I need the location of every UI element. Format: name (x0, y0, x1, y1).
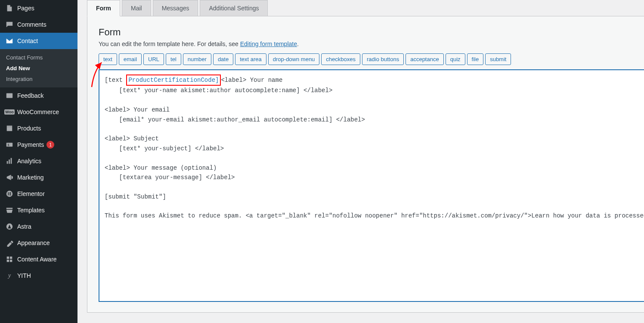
svg-rect-15 (10, 257, 12, 259)
sidebar-item-contact[interactable]: Contact (0, 33, 77, 49)
tab-mail[interactable]: Mail (122, 0, 151, 16)
sidebar-item-label: Content Aware (17, 256, 57, 263)
panel-heading: Form (99, 27, 644, 38)
tab-form[interactable]: Form (87, 0, 120, 16)
svg-rect-7 (11, 158, 12, 164)
svg-rect-10 (9, 192, 11, 193)
sidebar-item-label: Analytics (17, 158, 41, 165)
templates-icon (5, 206, 14, 214)
astra-icon (5, 222, 14, 231)
appearance-icon (5, 239, 14, 247)
sidebar-item-astra[interactable]: Astra (0, 218, 77, 235)
sidebar-item-label: Pages (17, 5, 34, 12)
tag-btn-tel[interactable]: tel (166, 53, 181, 65)
editing-template-link[interactable]: Editing form template (240, 40, 297, 47)
sidebar-item-analytics[interactable]: Analytics (0, 153, 77, 169)
badge: 1 (46, 141, 54, 149)
sidebar-item-label: Marketing (17, 174, 43, 181)
comments-icon (5, 20, 14, 29)
sidebar-item-label: YITH (17, 272, 31, 279)
payments-icon: $ (5, 140, 14, 149)
yith-icon: y (5, 271, 14, 280)
contact-icon (5, 37, 14, 45)
woo-icon: Woo (5, 108, 14, 116)
sidebar-item-label: Appearance (17, 239, 50, 246)
tag-generator-buttons: textemailURLtelnumberdatetext areadrop-d… (99, 53, 644, 67)
sidebar-item-label: Comments (17, 21, 46, 28)
svg-rect-5 (7, 161, 8, 164)
svg-rect-9 (8, 192, 9, 195)
feedback-icon (5, 91, 14, 100)
sidebar-item-label: Astra (17, 223, 31, 230)
svg-rect-11 (9, 193, 11, 194)
svg-rect-16 (7, 260, 9, 262)
panel-helptext: You can edit the form template here. For… (99, 40, 644, 47)
sidebar-item-products[interactable]: Products (0, 120, 77, 137)
sidebar-item-label: Templates (17, 207, 45, 214)
sidebar-item-label: Products (17, 125, 41, 132)
sidebar-item-yith[interactable]: yYITH (0, 267, 77, 284)
svg-rect-1 (7, 127, 12, 131)
contentaware-icon (5, 255, 14, 264)
tag-btn-acceptance[interactable]: acceptance (406, 53, 444, 65)
tag-btn-url[interactable]: URL (143, 53, 164, 65)
sidebar-sub-integration[interactable]: Integration (0, 74, 77, 84)
tag-btn-radio-buttons[interactable]: radio buttons (362, 53, 404, 65)
svg-rect-0 (6, 93, 12, 98)
editor-tabs: FormMailMessagesAdditional Settings (87, 0, 644, 16)
tag-btn-submit[interactable]: submit (485, 53, 511, 65)
sidebar-item-elementor[interactable]: Elementor (0, 186, 77, 202)
tag-btn-text[interactable]: text (99, 53, 117, 65)
svg-rect-17 (10, 260, 12, 262)
pages-icon (5, 4, 14, 12)
sidebar-sub-contact-forms[interactable]: Contact Forms (0, 52, 77, 63)
elementor-icon (5, 189, 14, 198)
sidebar-item-label: WooCommerce (17, 109, 59, 115)
sidebar-item-content-aware[interactable]: Content Aware (0, 251, 77, 267)
svg-rect-2 (7, 126, 12, 127)
sidebar-item-feedback[interactable]: Feedback (0, 87, 77, 104)
sidebar-item-pages[interactable]: Pages (0, 0, 77, 16)
sidebar-item-label: Elementor (17, 190, 45, 197)
inserted-tag-highlight: ProductCertificationCode] (126, 75, 221, 86)
svg-rect-12 (9, 195, 11, 196)
tag-btn-drop-down-menu[interactable]: drop-down menu (268, 53, 320, 65)
tag-btn-checkboxes[interactable]: checkboxes (321, 53, 360, 65)
sidebar-item-label: Feedback (17, 92, 43, 99)
tab-additional-settings[interactable]: Additional Settings (200, 0, 268, 16)
tag-btn-email[interactable]: email (119, 53, 142, 65)
main-content: FormMailMessagesAdditional Settings Form… (77, 0, 644, 323)
svg-text:$: $ (8, 143, 9, 147)
tag-btn-date[interactable]: date (213, 53, 233, 65)
sidebar-item-appearance[interactable]: Appearance (0, 235, 77, 251)
sidebar-item-payments[interactable]: $Payments1 (0, 137, 77, 153)
form-template-textarea[interactable]: [text ProductCertificationCode]<label> Y… (99, 69, 644, 302)
sidebar-submenu: Contact FormsAdd NewIntegration (0, 49, 77, 87)
sidebar-item-comments[interactable]: Comments (0, 16, 77, 33)
tab-messages[interactable]: Messages (153, 0, 198, 16)
analytics-icon (5, 157, 14, 165)
marketing-icon (5, 173, 14, 182)
tag-btn-quiz[interactable]: quiz (446, 53, 465, 65)
tag-btn-file[interactable]: file (467, 53, 484, 65)
admin-sidebar: PagesCommentsContactContact FormsAdd New… (0, 0, 77, 323)
sidebar-item-woocommerce[interactable]: WooWooCommerce (0, 104, 77, 120)
sidebar-item-templates[interactable]: Templates (0, 202, 77, 218)
tag-btn-number[interactable]: number (183, 53, 211, 65)
sidebar-sub-add-new[interactable]: Add New (0, 63, 77, 74)
svg-rect-14 (7, 257, 9, 259)
products-icon (5, 124, 14, 133)
svg-rect-6 (9, 159, 10, 164)
sidebar-item-marketing[interactable]: Marketing (0, 169, 77, 186)
sidebar-item-label: Contact (17, 37, 38, 44)
sidebar-item-label: Payments (17, 141, 44, 148)
tag-btn-text-area[interactable]: text area (235, 53, 266, 65)
form-panel: Form You can edit the form template here… (87, 16, 644, 313)
